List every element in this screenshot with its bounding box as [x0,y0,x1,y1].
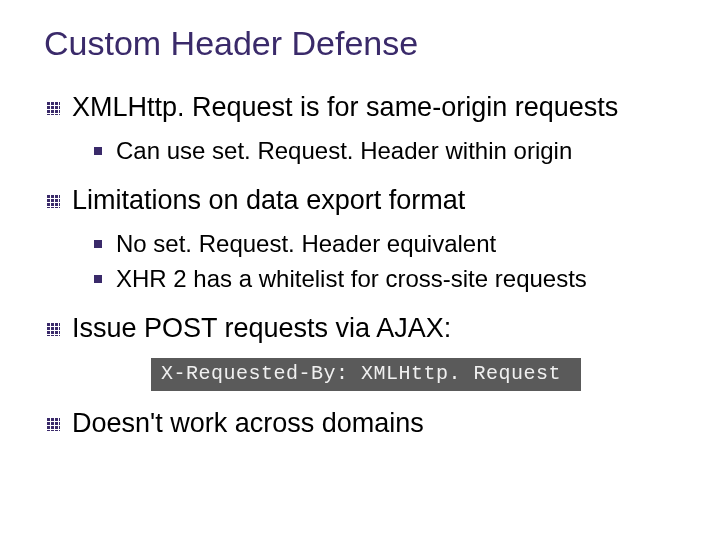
sub-bullet-list: Can use set. Request. Header within orig… [72,135,688,166]
bullet-list-continued: Doesn't work across domains [44,407,688,441]
slide-title: Custom Header Defense [44,24,688,63]
bullet-item: XMLHttp. Request is for same-origin requ… [44,91,688,166]
sub-bullet-list: No set. Request. Header equivalent XHR 2… [72,228,688,294]
code-snippet: X-Requested-By: XMLHttp. Request [151,358,581,391]
bullet-text: Doesn't work across domains [72,408,424,438]
sub-bullet-text: No set. Request. Header equivalent [116,230,496,257]
bullet-item: Issue POST requests via AJAX: [44,312,688,346]
slide: Custom Header Defense XMLHttp. Request i… [0,0,720,540]
bullet-text: Issue POST requests via AJAX: [72,313,451,343]
sub-bullet-item: XHR 2 has a whitelist for cross-site req… [94,263,688,294]
bullet-text: XMLHttp. Request is for same-origin requ… [72,92,618,122]
sub-bullet-text: Can use set. Request. Header within orig… [116,137,572,164]
sub-bullet-item: No set. Request. Header equivalent [94,228,688,259]
bullet-item: Doesn't work across domains [44,407,688,441]
sub-bullet-text: XHR 2 has a whitelist for cross-site req… [116,265,587,292]
bullet-item: Limitations on data export format No set… [44,184,688,294]
bullet-text: Limitations on data export format [72,185,465,215]
sub-bullet-item: Can use set. Request. Header within orig… [94,135,688,166]
bullet-list: XMLHttp. Request is for same-origin requ… [44,91,688,346]
